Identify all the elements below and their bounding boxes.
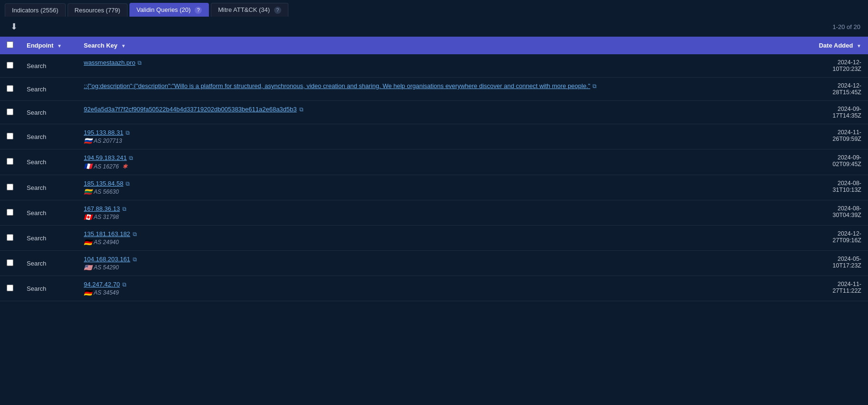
searchkey-link[interactable]: 135.181.163.182 <box>84 230 130 237</box>
row-checkbox-cell <box>0 276 20 301</box>
toolbar: ⬇ 1-20 of 20 <box>0 17 868 37</box>
row-checkbox-cell <box>0 200 20 226</box>
row-checkbox-cell <box>0 226 20 251</box>
as-info: 🇩🇪AS 24940 <box>84 239 785 246</box>
searchkey-link[interactable]: 92e6a5d3a7f7f2cf909fa50522b44b4d33719202… <box>84 106 297 113</box>
row-searchkey: 92e6a5d3a7f7f2cf909fa50522b44b4d33719202… <box>77 101 792 124</box>
row-searchkey: 167.88.36.13⧉🇨🇦AS 31798 <box>77 200 792 226</box>
as-info: 🇩🇪AS 34549 <box>84 289 785 296</box>
toolbar-left: ⬇ <box>8 20 20 33</box>
download-button[interactable]: ⬇ <box>8 20 20 33</box>
copy-icon[interactable]: ⧉ <box>133 256 137 263</box>
table-row: Search194.59.183.241⧉🇫🇷AS 16276✱2024-09-… <box>0 149 868 175</box>
searchkey-link[interactable]: 94.247.42.70 <box>84 281 120 288</box>
row-checkbox[interactable] <box>7 62 13 69</box>
row-checkbox[interactable] <box>7 234 13 241</box>
row-checkbox-cell <box>0 54 20 78</box>
searchkey-link[interactable]: 195.133.88.31 <box>84 129 123 136</box>
copy-icon[interactable]: ⧉ <box>138 59 142 66</box>
row-date: 2024-08- 31T10:13Z <box>792 175 868 200</box>
tab-resources-label: Resources (779) <box>75 7 120 14</box>
th-checkbox <box>0 37 20 54</box>
table-row: Search104.168.203.161⧉🇺🇸AS 542902024-05-… <box>0 251 868 276</box>
as-number: AS 31798 <box>94 214 119 220</box>
row-endpoint: Search <box>20 149 77 175</box>
as-info: 🇷🇺AS 207713 <box>84 138 785 144</box>
table-row: Search135.181.163.182⧉🇩🇪AS 249402024-12-… <box>0 226 868 251</box>
country-flag: 🇺🇸 <box>84 265 91 270</box>
table-row: Search185.135.84.58⧉🇱🇹AS 566302024-08- 3… <box>0 175 868 200</box>
country-flag: 🇨🇦 <box>84 215 91 220</box>
table-row: Search167.88.36.13⧉🇨🇦AS 317982024-08- 30… <box>0 200 868 226</box>
th-dateadded[interactable]: Date Added ▼ <box>792 37 868 54</box>
row-checkbox[interactable] <box>7 184 13 190</box>
copy-icon[interactable]: ⧉ <box>122 206 127 212</box>
tab-validin[interactable]: Validin Queries (20) ? <box>129 3 209 17</box>
row-checkbox[interactable] <box>7 133 13 139</box>
copy-icon[interactable]: ⧉ <box>122 281 127 288</box>
row-date: 2024-11- 26T09:59Z <box>792 124 868 149</box>
row-searchkey: ::{"og:description":{"description":"Will… <box>77 78 792 101</box>
copy-icon[interactable]: ⧉ <box>126 129 130 136</box>
row-checkbox[interactable] <box>7 209 13 216</box>
copy-icon[interactable]: ⧉ <box>129 155 133 161</box>
th-endpoint[interactable]: Endpoint ▼ <box>20 37 77 54</box>
th-searchkey[interactable]: Search Key ▼ <box>77 37 792 54</box>
row-searchkey: 195.133.88.31⧉🇷🇺AS 207713 <box>77 124 792 149</box>
table-row: Search94.247.42.70⧉🇩🇪AS 345492024-11- 27… <box>0 276 868 301</box>
row-checkbox[interactable] <box>7 85 13 92</box>
country-flag: 🇱🇹 <box>84 189 91 195</box>
dateadded-sort-icon: ▼ <box>857 43 861 49</box>
row-endpoint: Search <box>20 276 77 301</box>
country-flag: 🇷🇺 <box>84 138 91 144</box>
as-number: AS 54290 <box>94 264 119 271</box>
copy-icon[interactable]: ⧉ <box>133 231 137 237</box>
mitre-help-icon[interactable]: ? <box>274 7 281 14</box>
row-date: 2024-12- 10T20:23Z <box>792 54 868 78</box>
tab-validin-label: Validin Queries (20) <box>137 6 191 13</box>
copy-icon[interactable]: ⧉ <box>592 83 597 89</box>
copy-icon[interactable]: ⧉ <box>299 106 304 113</box>
row-checkbox[interactable] <box>7 259 13 266</box>
row-date: 2024-05- 10T17:23Z <box>792 251 868 276</box>
row-searchkey: 94.247.42.70⧉🇩🇪AS 34549 <box>77 276 792 301</box>
row-checkbox-cell <box>0 101 20 124</box>
validin-help-icon[interactable]: ? <box>195 7 202 14</box>
as-info: 🇱🇹AS 56630 <box>84 188 785 195</box>
copy-icon[interactable]: ⧉ <box>126 180 130 187</box>
row-endpoint: Search <box>20 175 77 200</box>
row-checkbox[interactable] <box>7 158 13 165</box>
as-number: AS 24940 <box>94 239 119 246</box>
th-endpoint-label: Endpoint <box>27 42 53 49</box>
searchkey-link[interactable]: 194.59.183.241 <box>84 154 127 161</box>
tab-mitre-label: Mitre ATT&CK (34) <box>218 6 270 13</box>
country-flag: 🇩🇪 <box>84 290 91 296</box>
as-info: 🇨🇦AS 31798 <box>84 214 785 220</box>
row-searchkey: 104.168.203.161⧉🇺🇸AS 54290 <box>77 251 792 276</box>
as-number: AS 34549 <box>94 289 119 296</box>
row-endpoint: Search <box>20 226 77 251</box>
row-checkbox[interactable] <box>7 285 13 291</box>
searchkey-link[interactable]: 104.168.203.161 <box>84 256 130 263</box>
row-date: 2024-11- 27T11:22Z <box>792 276 868 301</box>
searchkey-link[interactable]: 185.135.84.58 <box>84 180 123 187</box>
tab-mitre[interactable]: Mitre ATT&CK (34) ? <box>211 3 288 17</box>
row-checkbox[interactable] <box>7 109 13 115</box>
row-checkbox-cell <box>0 149 20 175</box>
table-row: Search92e6a5d3a7f7f2cf909fa50522b44b4d33… <box>0 101 868 124</box>
country-flag: 🇩🇪 <box>84 240 91 245</box>
as-number: AS 207713 <box>94 138 122 144</box>
table-row: Search195.133.88.31⧉🇷🇺AS 2077132024-11- … <box>0 124 868 149</box>
select-all-checkbox[interactable] <box>7 41 13 48</box>
searchkey-link[interactable]: ::{"og:description":{"description":"Will… <box>84 82 590 89</box>
row-checkbox-cell <box>0 251 20 276</box>
as-info: 🇫🇷AS 16276✱ <box>84 163 785 170</box>
table-row: Search::{"og:description":{"description"… <box>0 78 868 101</box>
searchkey-link[interactable]: wassmestaazh.pro <box>84 59 135 66</box>
searchkey-link[interactable]: 167.88.36.13 <box>84 205 120 212</box>
as-number: AS 56630 <box>94 188 119 195</box>
row-searchkey: 194.59.183.241⧉🇫🇷AS 16276✱ <box>77 149 792 175</box>
tab-indicators[interactable]: Indicators (2556) <box>5 3 66 17</box>
tab-resources[interactable]: Resources (779) <box>68 3 128 17</box>
row-checkbox-cell <box>0 175 20 200</box>
